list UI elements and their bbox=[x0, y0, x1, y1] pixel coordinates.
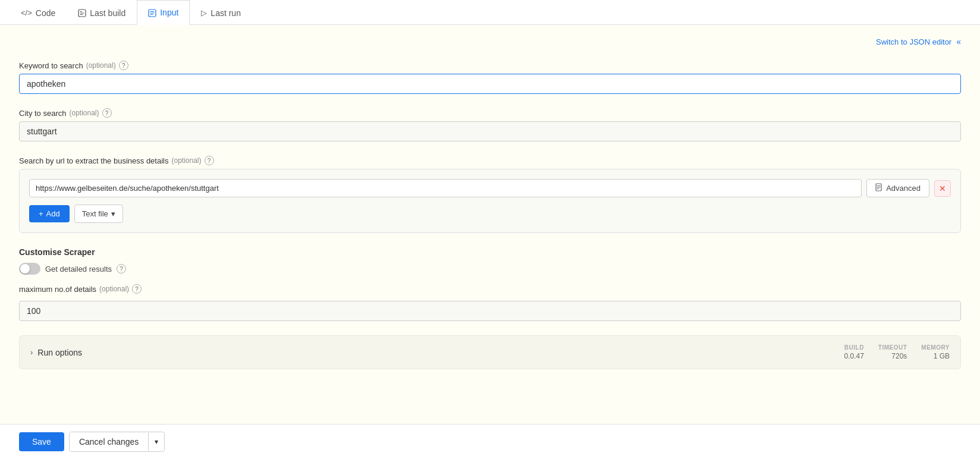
customise-scraper-title: Customise Scraper bbox=[19, 247, 961, 257]
run-options-stats: BUILD 0.0.47 TIMEOUT 720s MEMORY 1 GB bbox=[844, 344, 950, 360]
chevron-down-icon: ▾ bbox=[111, 209, 115, 218]
url-help-icon[interactable]: ? bbox=[205, 156, 214, 165]
build-stat: BUILD 0.0.47 bbox=[844, 344, 863, 360]
switch-to-json-link[interactable]: Switch to JSON editor bbox=[876, 37, 951, 46]
city-help-icon[interactable]: ? bbox=[102, 108, 112, 118]
cancel-btn-group: Cancel changes ▾ bbox=[69, 432, 165, 452]
url-list-container: Advanced ✕ + Add Text file ▾ bbox=[19, 169, 961, 233]
top-actions: Switch to JSON editor « bbox=[19, 37, 961, 46]
detailed-results-label: Get detailed results bbox=[45, 265, 112, 273]
tab-last-build-label: Last build bbox=[90, 8, 125, 18]
doc-icon bbox=[875, 183, 883, 193]
keyword-help-icon[interactable]: ? bbox=[119, 61, 128, 70]
close-icon: ✕ bbox=[939, 184, 946, 193]
timeout-stat: TIMEOUT 720s bbox=[878, 344, 907, 360]
detailed-results-toggle[interactable] bbox=[19, 263, 40, 275]
text-file-label: Text file bbox=[82, 209, 108, 218]
memory-stat: MEMORY 1 GB bbox=[921, 344, 950, 360]
add-url-button[interactable]: + Add bbox=[29, 205, 70, 222]
run-options-label: Run options bbox=[37, 348, 82, 357]
remove-url-button[interactable]: ✕ bbox=[934, 180, 951, 197]
city-section: City to search (optional) ? bbox=[19, 108, 961, 142]
tab-last-run-label: Last run bbox=[211, 8, 241, 18]
run-options-bar[interactable]: › Run options BUILD 0.0.47 TIMEOUT 720s … bbox=[19, 335, 961, 369]
keyword-label: Keyword to search (optional) ? bbox=[19, 61, 961, 70]
keyword-input[interactable] bbox=[19, 74, 961, 94]
tab-code-label: Code bbox=[36, 8, 55, 18]
max-details-input[interactable] bbox=[19, 301, 961, 321]
customise-scraper-section: Customise Scraper Get detailed results ?… bbox=[19, 247, 961, 321]
toggle-thumb bbox=[20, 264, 30, 273]
toggle-track bbox=[19, 263, 40, 275]
chevron-right-icon: › bbox=[30, 348, 33, 357]
url-input[interactable] bbox=[29, 179, 862, 197]
max-details-label: maximum no.of details (optional) ? bbox=[19, 284, 961, 294]
detailed-results-help-icon[interactable]: ? bbox=[117, 264, 126, 273]
max-details-help-icon[interactable]: ? bbox=[132, 284, 142, 294]
tab-input-label: Input bbox=[160, 8, 178, 17]
tab-last-build[interactable]: Last build bbox=[67, 0, 137, 25]
tab-code[interactable]: </> Code bbox=[10, 0, 67, 25]
city-label: City to search (optional) ? bbox=[19, 108, 961, 118]
text-file-button[interactable]: Text file ▾ bbox=[74, 205, 123, 223]
add-btn-label: Add bbox=[46, 209, 60, 218]
bottom-bar: Save Cancel changes ▾ bbox=[0, 424, 980, 459]
run-options-left: › Run options bbox=[30, 348, 82, 357]
tab-input[interactable]: Input bbox=[137, 0, 190, 25]
advanced-button[interactable]: Advanced bbox=[866, 179, 929, 197]
last-build-icon bbox=[78, 8, 86, 18]
cancel-changes-button[interactable]: Cancel changes bbox=[70, 432, 148, 451]
url-row: Advanced ✕ bbox=[29, 179, 951, 197]
plus-icon: + bbox=[39, 209, 43, 218]
tab-last-run[interactable]: ▷ Last run bbox=[190, 0, 252, 25]
add-row: + Add Text file ▾ bbox=[29, 205, 951, 223]
collapse-icon[interactable]: « bbox=[956, 37, 961, 46]
cancel-dropdown-button[interactable]: ▾ bbox=[148, 433, 164, 451]
dropdown-chevron-icon: ▾ bbox=[155, 438, 158, 446]
keyword-section: Keyword to search (optional) ? bbox=[19, 61, 961, 94]
input-icon bbox=[148, 8, 156, 17]
url-label: Search by url to extract the business de… bbox=[19, 156, 961, 165]
toggle-row: Get detailed results ? bbox=[19, 263, 961, 275]
tabs-bar: </> Code Last build Input ▷ Last run bbox=[0, 0, 980, 25]
main-content: Switch to JSON editor « Keyword to searc… bbox=[0, 25, 980, 417]
url-section: Search by url to extract the business de… bbox=[19, 156, 961, 233]
code-icon: </> bbox=[21, 8, 32, 17]
city-input[interactable] bbox=[19, 121, 961, 142]
save-button[interactable]: Save bbox=[19, 432, 64, 451]
last-run-icon: ▷ bbox=[201, 8, 207, 17]
